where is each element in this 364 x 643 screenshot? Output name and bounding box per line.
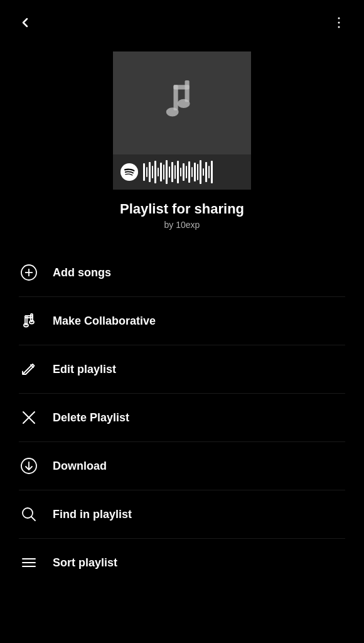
edit-icon: [19, 359, 39, 379]
edit-playlist-label: Edit playlist: [53, 363, 116, 376]
playlist-title: Playlist for sharing: [120, 201, 244, 217]
download-label: Download: [53, 460, 107, 473]
menu-item-make-collaborative[interactable]: Make Collaborative: [0, 297, 364, 345]
delete-icon: [19, 408, 39, 428]
download-icon: [19, 456, 39, 476]
svg-point-2: [338, 26, 340, 28]
menu-list: Add songs Make Collaborative Edit playli…: [0, 242, 364, 593]
svg-line-23: [31, 517, 35, 521]
add-songs-label: Add songs: [53, 266, 111, 279]
header: [0, 0, 364, 45]
barcode-bars: [143, 160, 244, 184]
sort-icon: [19, 553, 39, 573]
collaborative-icon: [19, 311, 39, 331]
svg-point-1: [338, 22, 340, 24]
playlist-author: by 10exp: [164, 220, 200, 230]
spotify-logo: [120, 163, 138, 181]
delete-playlist-label: Delete Playlist: [53, 411, 129, 424]
menu-item-edit-playlist[interactable]: Edit playlist: [0, 345, 364, 393]
playlist-cover-section: Playlist for sharing by 10exp: [0, 45, 364, 242]
menu-item-add-songs[interactable]: Add songs: [0, 249, 364, 296]
menu-item-find-in-playlist[interactable]: Find in playlist: [0, 490, 364, 538]
svg-rect-4: [185, 80, 190, 102]
svg-rect-14: [25, 316, 33, 318]
menu-item-delete-playlist[interactable]: Delete Playlist: [0, 394, 364, 441]
svg-point-7: [178, 99, 190, 108]
search-icon: [19, 504, 39, 524]
svg-point-16: [29, 321, 34, 324]
svg-rect-5: [174, 85, 190, 89]
playlist-cover: [113, 51, 251, 190]
find-in-playlist-label: Find in playlist: [53, 508, 132, 521]
menu-item-download[interactable]: Download: [0, 442, 364, 490]
add-circle-icon: [19, 262, 39, 283]
more-options-button[interactable]: [326, 10, 351, 35]
svg-point-0: [338, 18, 340, 19]
sort-playlist-label: Sort playlist: [53, 556, 117, 570]
back-button[interactable]: [13, 10, 38, 35]
music-note-icon: [113, 51, 251, 154]
spotify-code-strip: [113, 154, 251, 190]
svg-point-15: [24, 324, 28, 327]
svg-point-6: [166, 107, 179, 116]
make-collaborative-label: Make Collaborative: [53, 315, 156, 328]
menu-item-sort-playlist[interactable]: Sort playlist: [0, 539, 364, 586]
